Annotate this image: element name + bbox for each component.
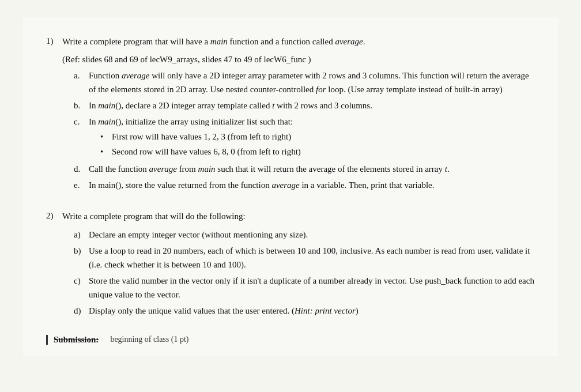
submission-note: beginning of class (1 pt) — [110, 335, 188, 344]
sub-content-1c: In main(), initialize the array using in… — [89, 115, 535, 160]
sub-label-2d: d) — [74, 304, 84, 318]
sub-item-2a: a) Declare an empty integer vector (with… — [74, 228, 535, 242]
question-2-title: 2) Write a complete program that will do… — [46, 209, 535, 223]
sub-label-2b: b) — [74, 244, 84, 272]
question-2-text: Write a complete program that will do th… — [62, 209, 246, 223]
submission-line: Submission: beginning of class (1 pt) — [46, 335, 535, 345]
sub-item-1c: c. In main(), initialize the array using… — [74, 115, 535, 160]
sub-content-2d: Display only the unique valid values tha… — [89, 304, 535, 318]
page: 1) Write a complete program that will ha… — [23, 17, 558, 356]
sub-content-2c: Store the valid number in the vector onl… — [89, 274, 535, 301]
question-1-ref: (Ref: slides 68 and 69 of lecW9_arrays, … — [62, 53, 535, 66]
sub-label-1e: e. — [74, 178, 84, 192]
question-2-number: 2) — [46, 209, 58, 223]
sub-item-2b: b) Use a loop to read in 20 numbers, eac… — [74, 244, 535, 272]
sub-content-1a: Function average will only have a 2D int… — [89, 69, 535, 96]
sub-item-1d: d. Call the function average from main s… — [74, 162, 535, 176]
sub-item-1b: b. In main(), declare a 2D integer array… — [74, 99, 535, 112]
sub-label-1b: b. — [74, 99, 84, 112]
question-2-sub-items: a) Declare an empty integer vector (with… — [74, 228, 535, 318]
submission-label: Submission: — [54, 335, 99, 345]
sub-label-2c: c) — [74, 274, 84, 301]
sub-item-2d: d) Display only the unique valid values … — [74, 304, 535, 318]
bullet-item-1c-2: • Second row will have values 6, 8, 0 (f… — [100, 145, 535, 159]
sub-content-1b: In main(), declare a 2D integer array te… — [89, 99, 535, 112]
question-1: 1) Write a complete program that will ha… — [46, 35, 535, 192]
question-1-sub-items: a. Function average will only have a 2D … — [74, 69, 535, 192]
sub-item-1e: e. In main(), store the value returned f… — [74, 178, 535, 192]
sub-content-1e: In main(), store the value returned from… — [89, 178, 535, 192]
bullet-dot-2: • — [100, 145, 107, 159]
question-1-number: 1) — [46, 35, 58, 48]
sub-content-2a: Declare an empty integer vector (without… — [89, 228, 535, 242]
sub-label-2a: a) — [74, 228, 84, 242]
sub-content-2b: Use a loop to read in 20 numbers, each o… — [89, 244, 535, 272]
sub-item-2c: c) Store the valid number in the vector … — [74, 274, 535, 301]
bullet-dot-1: • — [100, 130, 107, 144]
sub-item-1a: a. Function average will only have a 2D … — [74, 69, 535, 96]
bullet-list-1c: • First row will have values 1, 2, 3 (fr… — [100, 130, 535, 159]
question-1-title: 1) Write a complete program that will ha… — [46, 35, 535, 48]
bullet-text-1c-1: First row will have values 1, 2, 3 (from… — [112, 130, 291, 144]
sub-label-1a: a. — [74, 69, 84, 96]
bullet-text-1c-2: Second row will have values 6, 8, 0 (fro… — [112, 145, 301, 159]
sub-label-1d: d. — [74, 162, 84, 176]
sub-content-1d: Call the function average from main such… — [89, 162, 535, 176]
question-2: 2) Write a complete program that will do… — [46, 209, 535, 318]
question-1-text: Write a complete program that will have … — [62, 35, 365, 48]
bullet-item-1c-1: • First row will have values 1, 2, 3 (fr… — [100, 130, 535, 144]
sub-label-1c: c. — [74, 115, 84, 160]
